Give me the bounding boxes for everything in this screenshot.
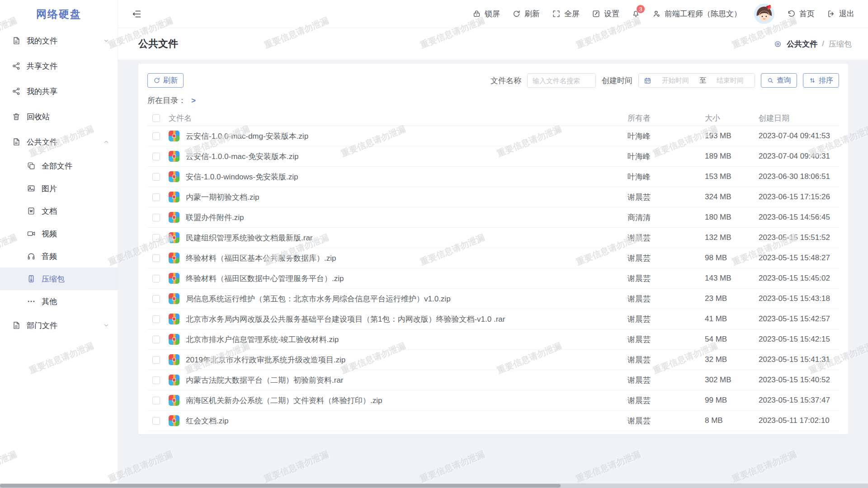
sidebar-item-my-files[interactable]: 我的文件 bbox=[0, 28, 118, 53]
table-row[interactable]: 云安信-1.0.0-mac-免安装版本.zip叶海峰189 MB2023-07-… bbox=[147, 146, 839, 167]
directory-root-arrow[interactable]: > bbox=[191, 96, 196, 105]
row-checkbox[interactable] bbox=[152, 193, 160, 201]
zip-file-icon bbox=[169, 375, 179, 385]
breadcrumb-separator: / bbox=[822, 39, 824, 48]
sidebar-item-recycle-bin[interactable]: 回收站 bbox=[0, 104, 118, 129]
horizontal-scrollbar[interactable] bbox=[0, 483, 868, 488]
file-name[interactable]: 2019年北京市水行政审批系统升级改造项目.zip bbox=[186, 355, 627, 365]
home-button[interactable]: 首页 bbox=[787, 9, 815, 19]
file-date: 2023-05-15 15:48:27 bbox=[759, 253, 835, 263]
file-name[interactable]: 安信-1.0.0-windows-免安装版.zip bbox=[186, 172, 627, 182]
app-logo: 网络硬盘 bbox=[0, 0, 118, 28]
chevron-up-icon bbox=[103, 139, 109, 145]
select-all-checkbox[interactable] bbox=[152, 114, 160, 122]
sidebar-item-label: 图片 bbox=[42, 183, 57, 194]
zip-file-icon bbox=[169, 253, 179, 263]
column-header-name[interactable]: 文件名 bbox=[169, 113, 627, 123]
refresh-button[interactable]: 刷新 bbox=[512, 9, 540, 19]
row-checkbox[interactable] bbox=[152, 295, 160, 303]
logout-button[interactable]: 退出 bbox=[827, 9, 854, 19]
row-checkbox[interactable] bbox=[152, 254, 160, 262]
sidebar-item-label: 部门文件 bbox=[27, 320, 57, 331]
sidebar-item-public-files[interactable]: 公共文件 bbox=[0, 129, 118, 155]
query-button[interactable]: 查询 bbox=[761, 73, 797, 88]
current-user[interactable]: 前端工程师（陈思文） bbox=[652, 9, 741, 19]
breadcrumb-parent[interactable]: 公共文件 bbox=[787, 39, 817, 49]
fullscreen-button-label: 全屏 bbox=[564, 9, 580, 19]
notifications-button[interactable]: 3 bbox=[632, 9, 640, 18]
row-checkbox[interactable] bbox=[152, 417, 160, 425]
row-checkbox[interactable] bbox=[152, 356, 160, 364]
file-name[interactable]: 红会文档.zip bbox=[186, 416, 627, 426]
file-size: 189 MB bbox=[705, 152, 759, 161]
table-row[interactable]: 北京市排水户信息管理系统-竣工验收材料.zip谢晨芸54 MB2023-05-1… bbox=[147, 329, 839, 350]
file-name[interactable]: 局信息系统运行维护（第五包：北京市水务局综合信息平台运行维护）v1.0.zip bbox=[186, 294, 627, 304]
filename-search-input[interactable] bbox=[527, 73, 596, 88]
table-row[interactable]: 终验材料（福田区数据中心管理服务平台）.zip谢晨芸143 MB2023-05-… bbox=[147, 268, 839, 289]
table-row[interactable]: 终验材料（福田区基本公共服务数据库）.zip谢晨芸98 MB2023-05-15… bbox=[147, 248, 839, 268]
table-row[interactable]: 云安信-1.0.0-mac-dmg-安装版本.zip叶海峰193 MB2023-… bbox=[147, 126, 839, 146]
table-row[interactable]: 安信-1.0.0-windows-免安装版.zip叶海峰153 MB2023-0… bbox=[147, 167, 839, 187]
sidebar-item-my-shares[interactable]: 我的共享 bbox=[0, 79, 118, 104]
menu-fold-icon[interactable] bbox=[132, 9, 142, 19]
row-checkbox[interactable] bbox=[152, 153, 160, 160]
sidebar-item-images[interactable]: 图片 bbox=[0, 177, 118, 200]
avatar[interactable] bbox=[754, 3, 775, 24]
table-row[interactable]: 民建组织管理系统验收文档最新版.rar谢晨芸132 MB2023-05-15 1… bbox=[147, 228, 839, 248]
settings-button[interactable]: 设置 bbox=[592, 9, 619, 19]
refresh-list-button[interactable]: 刷新 bbox=[147, 73, 184, 88]
sidebar-item-all-files[interactable]: 全部文件 bbox=[0, 155, 118, 177]
row-checkbox[interactable] bbox=[152, 397, 160, 404]
file-name[interactable]: 北京市排水户信息管理系统-竣工验收材料.zip bbox=[186, 334, 627, 345]
table-row[interactable]: 2019年北京市水行政审批系统升级改造项目.zip谢晨芸32 MB2023-05… bbox=[147, 350, 839, 370]
file-date: 2023-05-15 15:43:18 bbox=[759, 294, 835, 303]
row-checkbox[interactable] bbox=[152, 214, 160, 221]
file-name[interactable]: 内蒙一期初验文档.zip bbox=[186, 192, 627, 202]
file-name[interactable]: 云安信-1.0.0-mac-dmg-安装版本.zip bbox=[186, 131, 627, 141]
file-name[interactable]: 联盟办件附件.zip bbox=[186, 212, 627, 223]
row-checkbox[interactable] bbox=[152, 234, 160, 242]
row-checkbox[interactable] bbox=[152, 132, 160, 140]
lock-screen-button[interactable]: 锁屏 bbox=[472, 9, 500, 19]
end-date-field[interactable]: 结束时间 bbox=[711, 76, 750, 85]
sort-button[interactable]: 排序 bbox=[803, 73, 839, 88]
column-header-size[interactable]: 大小 bbox=[705, 113, 759, 123]
row-checkbox[interactable] bbox=[152, 173, 160, 181]
file-name[interactable]: 北京市水务局内网改版及公共服务基础平台建设项目（第1包：内网改版）终验验文档-v… bbox=[186, 314, 627, 324]
sidebar-item-archives[interactable]: 压缩包 bbox=[0, 267, 118, 290]
file-owner: 谢晨芸 bbox=[627, 233, 705, 243]
file-name[interactable]: 民建组织管理系统验收文档最新版.rar bbox=[186, 233, 627, 243]
table-row[interactable]: 内蒙古法院大数据平台（二期）初验前资料.rar谢晨芸302 MB2023-05-… bbox=[147, 370, 839, 390]
sidebar-item-documents[interactable]: 文档 bbox=[0, 200, 118, 222]
row-checkbox[interactable] bbox=[152, 376, 160, 384]
start-date-field[interactable]: 开始时间 bbox=[656, 76, 695, 85]
table-row[interactable]: 红会文档.zip谢晨芸8 MB2023-05-11 17:02:10 bbox=[147, 411, 839, 431]
doc-icon bbox=[12, 137, 21, 146]
file-name[interactable]: 内蒙古法院大数据平台（二期）初验前资料.rar bbox=[186, 375, 627, 385]
file-name[interactable]: 终验材料（福田区基本公共服务数据库）.zip bbox=[186, 253, 627, 263]
date-range-picker[interactable]: 开始时间 至 结束时间 bbox=[638, 73, 755, 88]
zip-file-icon bbox=[169, 171, 179, 182]
row-checkbox[interactable] bbox=[152, 275, 160, 282]
row-checkbox[interactable] bbox=[152, 315, 160, 323]
file-name[interactable]: 南海区机关新办公系统（二期）文件资料（终验打印）.zip bbox=[186, 395, 627, 406]
sidebar-item-shared-files[interactable]: 共享文件 bbox=[0, 53, 118, 79]
sidebar-item-others[interactable]: 其他 bbox=[0, 290, 118, 313]
file-name[interactable]: 云安信-1.0.0-mac-免安装版本.zip bbox=[186, 151, 627, 162]
column-header-owner[interactable]: 所有者 bbox=[627, 113, 705, 123]
sidebar: 网络硬盘 我的文件共享文件我的共享回收站公共文件全部文件图片文档视频音频压缩包其… bbox=[0, 0, 118, 488]
column-header-date[interactable]: 创建日期 bbox=[759, 113, 835, 123]
sidebar-item-audio[interactable]: 音频 bbox=[0, 245, 118, 267]
refresh-button-label: 刷新 bbox=[524, 9, 540, 19]
sidebar-item-dept-files[interactable]: 部门文件 bbox=[0, 313, 118, 338]
table-row[interactable]: 南海区机关新办公系统（二期）文件资料（终验打印）.zip谢晨芸99 MB2023… bbox=[147, 390, 839, 411]
table-row[interactable]: 局信息系统运行维护（第五包：北京市水务局综合信息平台运行维护）v1.0.zip谢… bbox=[147, 289, 839, 309]
fullscreen-button[interactable]: 全屏 bbox=[552, 9, 580, 19]
scrollbar-thumb[interactable] bbox=[0, 484, 561, 488]
sidebar-item-videos[interactable]: 视频 bbox=[0, 222, 118, 245]
table-row[interactable]: 北京市水务局内网改版及公共服务基础平台建设项目（第1包：内网改版）终验验文档-v… bbox=[147, 309, 839, 329]
table-row[interactable]: 内蒙一期初验文档.zip谢晨芸324 MB2023-06-15 17:15:26 bbox=[147, 187, 839, 207]
row-checkbox[interactable] bbox=[152, 336, 160, 343]
table-row[interactable]: 联盟办件附件.zip商清清180 MB2023-06-15 14:56:45 bbox=[147, 207, 839, 228]
file-name[interactable]: 终验材料（福田区数据中心管理服务平台）.zip bbox=[186, 273, 627, 284]
